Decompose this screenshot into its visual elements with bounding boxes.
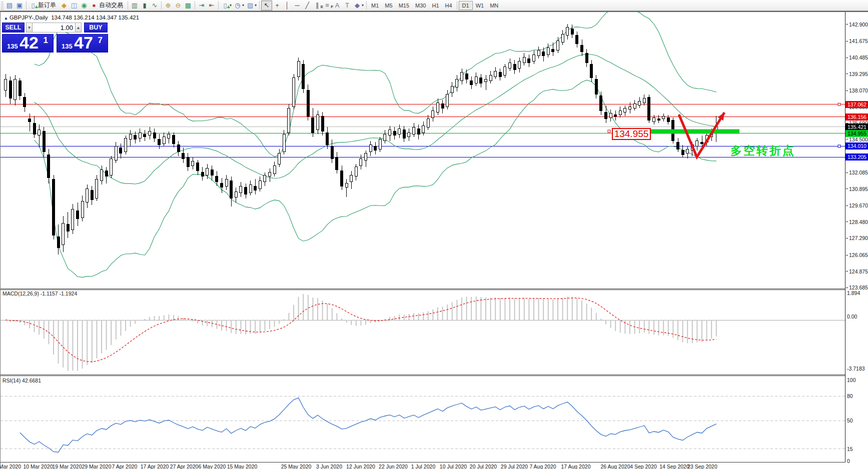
rsi-axis-label: 0 (847, 458, 868, 464)
line-chart-mode-button[interactable]: ∿ (150, 0, 160, 10)
timeframe-w1-button[interactable]: W1 (473, 1, 487, 10)
price-tick: 129.670 (846, 202, 868, 209)
volume-decrease-button[interactable]: ▼ (26, 22, 33, 32)
macd-label: MACD(12,26,9) -1.1157 -1.1924 (3, 290, 77, 296)
signals-icon: ◉ (80, 0, 88, 10)
text-label-tool-button[interactable]: T (342, 0, 352, 10)
data-window-button[interactable]: ▣ (15, 0, 25, 10)
rsi-axis-label: 15 (847, 446, 868, 452)
autotrading-label: 自动交易 (98, 1, 125, 10)
macd-pane[interactable] (1, 290, 845, 374)
price-chart[interactable] (1, 12, 845, 288)
price-annotation-label[interactable]: 134.955 (612, 128, 651, 140)
timeframe-h4-button[interactable]: H4 (442, 1, 455, 10)
price-tick: 139.295 (846, 70, 868, 77)
toolbar-separator (259, 1, 260, 10)
buy-price-button[interactable]: 135 47 7 (57, 34, 108, 52)
buy-button[interactable]: BUY (84, 22, 108, 32)
rsi-pane[interactable] (1, 376, 845, 462)
styles-brush-icon: ◆ (60, 0, 68, 10)
timeframe-m30-button[interactable]: M30 (412, 1, 429, 10)
text-label-tool-icon: T (343, 0, 351, 10)
date-label: 22 Jun 2020 (379, 464, 408, 469)
market-watch-icon: ▤ (6, 0, 14, 10)
metaeditor-button[interactable]: ◫ (69, 0, 79, 10)
autotrading-icon: ● (90, 0, 98, 10)
profiles-clock-button[interactable]: ◷▾ (233, 0, 245, 10)
toolbar-separator (457, 1, 457, 10)
price-tick: 130.895 (846, 186, 868, 192)
date-label: 1 Jul 2020 (411, 464, 435, 469)
rsi-label: RSI(14) 42.6681 (3, 378, 41, 384)
new-chart-button[interactable]: ▯+▾ (220, 0, 233, 10)
bar-chart-mode-button[interactable]: ▥ (130, 0, 140, 10)
new-order-icon: ▯+ (29, 0, 37, 10)
date-label: 27 Apr 2020 (170, 464, 199, 469)
price-tick: 134.500 (846, 136, 868, 142)
price-marker-134.010: 134.010 (845, 142, 868, 150)
timeframe-h1-button[interactable]: H1 (429, 1, 442, 10)
autotrading-button[interactable]: ●自动交易 (89, 0, 126, 10)
sell-price-main: 42 (20, 33, 39, 52)
new-order-button[interactable]: ▯+新订单 (28, 0, 59, 10)
toolbar: ▤▣▯+新订单◆◫◉●自动交易▥▮∿⊕⊖▩⇥⇤▯+▾◷▾▧▾↖+│─╱∥E≡FA… (0, 0, 868, 11)
signals-button[interactable]: ◉ (79, 0, 89, 10)
timeframe-mn-button[interactable]: MN (487, 1, 501, 10)
fibonacci-tool-icon: ≡F (323, 0, 331, 10)
text-tool-button[interactable]: A (332, 0, 342, 10)
arrows-tool-dropdown-icon[interactable]: ▾ (362, 3, 364, 8)
timeframe-m1-button[interactable]: M1 (368, 1, 382, 10)
crosshair-tool-button[interactable]: + (272, 0, 282, 10)
price-tick: 127.290 (846, 235, 868, 242)
profiles-clock-dropdown-icon[interactable]: ▾ (242, 3, 244, 8)
rsi-axis-label: 100 (847, 377, 868, 383)
vertical-line-tool-button[interactable]: │ (282, 0, 292, 10)
toolbar-separator (26, 1, 27, 10)
auto-scroll-button[interactable]: ⇥ (197, 0, 207, 10)
arrows-tool-button[interactable]: ◆▾ (352, 0, 365, 10)
zoom-out-button[interactable]: ⊖ (173, 0, 183, 10)
pane-separator-rsi[interactable] (1, 374, 845, 376)
equidistant-channel-tool-button[interactable]: ∥E (312, 0, 322, 10)
styles-brush-button[interactable]: ◆ (59, 0, 69, 10)
volume-increase-button[interactable]: ▲ (75, 22, 82, 32)
buy-price-pip: 7 (98, 36, 103, 46)
date-label: 3 Jun 2020 (316, 464, 342, 469)
turning-point-annotation[interactable]: 多空转折点 (730, 143, 795, 158)
sell-price-pip: 1 (44, 36, 48, 46)
new-chart-icon: ▯+ (221, 0, 229, 10)
tile-windows-button[interactable]: ▩ (183, 0, 193, 10)
collapse-icon[interactable]: ▲ (4, 16, 8, 20)
price-marker-137.062: 137.062 (845, 101, 868, 108)
price-tick: 126.065 (846, 252, 868, 258)
chart-shift-icon: ⇤ (208, 0, 216, 10)
timeframe-m5-button[interactable]: M5 (382, 1, 395, 10)
timeframe-m15-button[interactable]: M15 (396, 1, 412, 10)
chart-shift-button[interactable]: ⇤ (207, 0, 217, 10)
zoom-in-icon: ⊕ (164, 0, 172, 10)
chart-symbol-label: GBPJPY-,Daily (10, 14, 48, 20)
data-window-icon: ▣ (16, 0, 24, 10)
timeframe-d1-button[interactable]: D1 (459, 1, 473, 10)
toolbar-separator (366, 1, 367, 10)
vertical-line-tool-icon: │ (283, 0, 291, 10)
chart-template-dropdown-icon[interactable]: ▾ (255, 3, 257, 8)
toolbar-separator (161, 1, 162, 10)
market-watch-button[interactable]: ▤ (5, 0, 15, 10)
arrows-tool-icon: ◆ (353, 0, 361, 10)
zoom-in-button[interactable]: ⊕ (163, 0, 173, 10)
trendline-tool-button[interactable]: ╱ (302, 0, 312, 10)
fibonacci-tool-button[interactable]: ≡F (322, 0, 332, 10)
price-tick: 128.480 (846, 218, 868, 225)
sell-button[interactable]: SELL (2, 22, 25, 32)
trendline-tool-icon: ╱ (303, 0, 311, 10)
chart-template-button[interactable]: ▧▾ (245, 0, 258, 10)
cursor-tool-button[interactable]: ↖ (261, 0, 272, 10)
price-tick: 132.085 (846, 170, 868, 176)
volume-input[interactable] (33, 22, 75, 32)
price-tick: 141.675 (846, 38, 868, 44)
candlestick-mode-button[interactable]: ▮ (140, 0, 150, 10)
candlestick-mode-icon: ▮ (141, 0, 149, 10)
horizontal-line-tool-button[interactable]: ─ (292, 0, 302, 10)
sell-price-button[interactable]: 135 42 1 (2, 34, 54, 52)
